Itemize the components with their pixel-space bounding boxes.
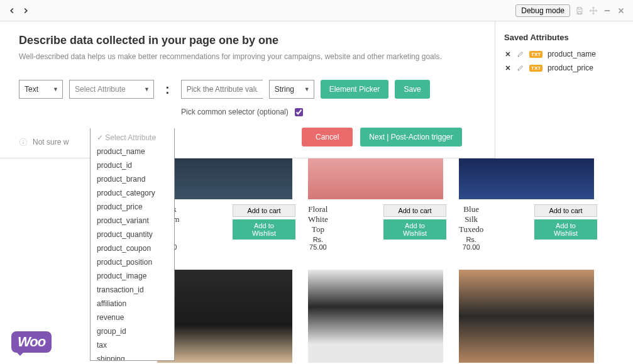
dropdown-item[interactable]: product_brand [91,172,174,186]
product-name: Blue Silk Tuxedo [459,204,483,234]
dropdown-item[interactable]: product_image [91,269,174,283]
delete-icon[interactable] [504,50,512,58]
common-selector-row: Pick common selector (optional) [19,108,476,116]
element-picker-button[interactable]: Element Picker [321,80,389,99]
config-panel: Describe data collected in your page one… [0,21,495,158]
not-sure-hint: Not sure w [19,138,69,146]
value-type-value: String [275,85,294,94]
product-image[interactable] [459,158,594,199]
dropdown-item[interactable]: shipping [91,352,174,361]
not-sure-text: Not sure w [33,138,69,146]
product-image[interactable] [157,158,292,199]
dropdown-item[interactable]: product_category [91,186,174,200]
value-type-select[interactable]: String ▼ [269,80,314,99]
add-to-wishlist-button[interactable]: Add to Wishlist [383,219,446,240]
type-badge: TXT [529,51,542,58]
add-to-wishlist-button[interactable]: Add to Wishlist [233,219,295,240]
move-icon[interactable] [589,6,598,15]
saved-attribute-name: product_name [548,50,596,58]
woo-logo: Woo [11,331,52,353]
cancel-button[interactable]: Cancel [302,128,353,146]
add-to-cart-button[interactable]: Add to cart [233,204,295,217]
product-image[interactable] [308,270,443,363]
delete-icon[interactable] [504,64,512,72]
saved-attributes-title: Saved Attributes [504,33,624,42]
save-button[interactable]: Save [395,80,429,99]
dropdown-item[interactable]: group_id [91,324,174,338]
back-icon[interactable] [8,6,16,15]
debug-mode-button[interactable]: Debug mode [515,4,570,17]
product-image[interactable] [157,270,292,363]
topbar: Debug mode [0,0,633,21]
saved-attribute-row: TXT product_name [504,50,624,58]
nav-arrows [8,6,30,15]
chevron-down-icon: ▼ [304,86,310,92]
product-image[interactable] [459,270,594,363]
page-subtitle: Well-described data helps us make better… [19,52,476,61]
dropdown-item[interactable]: product_id [91,158,174,172]
dropdown-item[interactable]: affiliation [91,297,174,311]
chevron-down-icon: ▼ [53,86,58,92]
chevron-down-icon: ▼ [144,86,150,92]
edit-icon[interactable] [517,50,524,58]
dropdown-item[interactable]: tax [91,338,174,352]
dropdown-item[interactable]: product_position [91,255,174,269]
page-title: Describe data collected in your page one… [19,34,476,47]
edit-icon[interactable] [517,64,524,72]
attribute-value-input[interactable] [181,80,263,99]
controls-row: Text ▼ Select Attribute ▼ : String ▼ Ele… [19,80,476,99]
type-select-value: Text [25,85,38,94]
dropdown-item[interactable]: Select Attribute [91,131,174,145]
dropdown-item[interactable]: product_name [91,145,174,158]
colon-separator: : [165,82,170,97]
forward-icon[interactable] [21,6,30,15]
dropdown-item[interactable]: product_variant [91,214,174,228]
product-column: Blue Silk Tuxedo Rs. 70.00 Add to cart A… [459,158,597,364]
attribute-select[interactable]: Select Attribute ▼ [69,80,154,99]
next-button[interactable]: Next | Post-Action trigger [360,128,461,146]
product-name: Floral White Top [308,204,328,234]
add-to-wishlist-button[interactable]: Add to Wishlist [534,219,597,240]
topbar-right: Debug mode [515,4,625,17]
saved-attributes-panel: Saved Attributes TXT product_name TXT pr… [495,21,633,158]
add-to-cart-button[interactable]: Add to cart [383,204,446,217]
minimize-icon[interactable] [603,6,612,15]
dropdown-item[interactable]: product_quantity [91,228,174,241]
product-column: Dark Denim Top Rs. 60.00 Add to cart Add… [157,158,295,364]
dropdown-item[interactable]: revenue [91,311,174,324]
dropdown-item[interactable]: transaction_id [91,283,174,297]
type-badge: TXT [529,65,542,72]
attribute-dropdown: Select Attributeproduct_nameproduct_idpr… [90,128,175,361]
save-icon[interactable] [575,6,584,15]
common-selector-label: Pick common selector (optional) [181,108,289,116]
saved-attribute-name: product_price [548,63,593,72]
close-icon[interactable] [617,6,625,15]
info-icon [19,138,28,146]
type-select[interactable]: Text ▼ [19,80,63,99]
product-image[interactable] [308,158,443,199]
action-row: Cancel Next | Post-Action trigger [19,128,476,146]
saved-attribute-row: TXT product_price [504,63,624,72]
dropdown-item[interactable]: product_coupon [91,241,174,255]
dropdown-item[interactable]: product_price [91,200,174,214]
attribute-select-placeholder: Select Attribute [75,85,126,94]
common-selector-checkbox[interactable] [295,108,303,116]
product-column: Floral White Top Rs. 75.00 Add to cart A… [308,158,446,364]
product-price: Rs. 70.00 [459,236,483,251]
add-to-cart-button[interactable]: Add to cart [534,204,597,217]
product-price: Rs. 75.00 [308,236,328,251]
